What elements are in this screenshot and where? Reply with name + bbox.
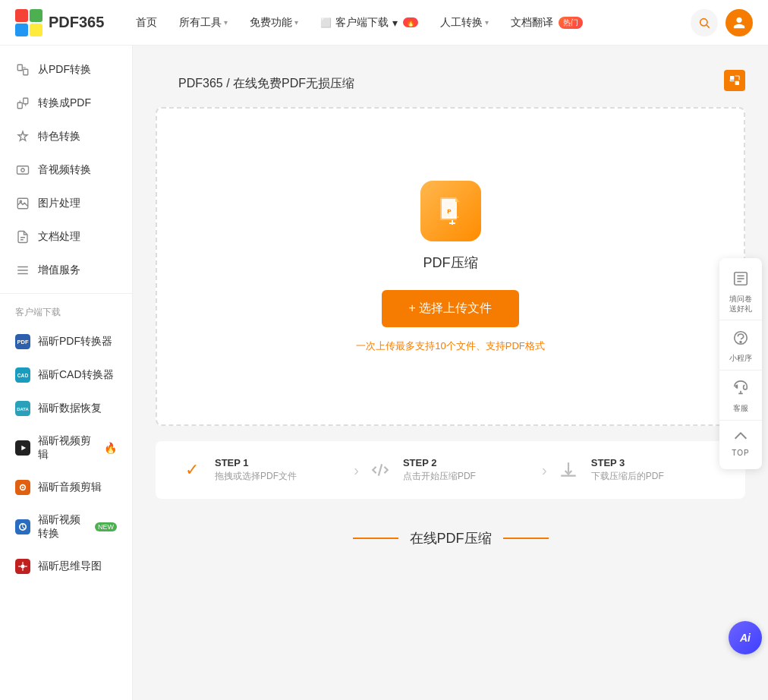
fuxi-pdf-icon: PDF — [15, 334, 30, 349]
svg-text:PDF: PDF — [17, 339, 29, 345]
svg-rect-1 — [30, 9, 42, 22]
nav-translate[interactable]: 文档翻译 热门 — [502, 11, 592, 34]
sidebar-item-fuxi-mind[interactable]: 福昕思维导图 — [0, 550, 132, 583]
nav-download[interactable]: ⬜ 客户端下载 ▾ 🔥 — [311, 11, 427, 34]
svg-rect-2 — [15, 24, 28, 36]
svg-rect-6 — [17, 65, 22, 71]
svg-rect-36 — [730, 76, 734, 80]
breadcrumb: PDF365 / 在线免费PDF无损压缩 — [156, 61, 377, 99]
survey-icon — [732, 270, 749, 291]
step-2-num: STEP 2 — [403, 457, 476, 468]
image-icon — [15, 196, 30, 211]
customer-service-label: 客服 — [733, 403, 748, 414]
fuxi-video-edit-icon — [15, 440, 30, 456]
step-arrow-1: › — [354, 462, 359, 479]
upload-area: P PDF压缩 + 选择上传文件 一次上传最多支持10个文件、支持PDF格式 — [156, 107, 745, 426]
fuxi-data-icon: DATA — [15, 401, 30, 416]
svg-rect-3 — [30, 24, 42, 36]
float-panel: 填问卷送好礼 小程序 客服 TOP — [719, 258, 762, 469]
main-nav: 首页 所有工具 ▾ 免费功能 ▾ ⬜ 客户端下载 ▾ 🔥 人工转换 ▾ 文档翻译… — [127, 11, 691, 34]
sidebar-item-fuxi-data[interactable]: DATA 福昕数据恢复 — [0, 392, 132, 425]
sidebar-item-fuxi-audio[interactable]: 福昕音频剪辑 — [0, 471, 132, 504]
header-right — [691, 9, 753, 36]
step-3-icon — [555, 456, 582, 484]
breadcrumb-wrapper: PDF365 / 在线免费PDF无损压缩 — [133, 46, 768, 107]
logo[interactable]: PDF365 — [15, 9, 104, 36]
svg-rect-10 — [17, 166, 29, 175]
fuxi-convert-icon — [15, 519, 30, 534]
svg-point-31 — [21, 565, 25, 569]
svg-point-49 — [740, 342, 741, 343]
step-1: ✓ STEP 1 拖拽或选择PDF文件 — [178, 456, 346, 484]
search-button[interactable] — [691, 9, 718, 36]
fuxi-cad-icon: CAD — [15, 367, 30, 383]
step-arrow-2: › — [542, 462, 547, 479]
mini-program-icon — [732, 330, 749, 350]
ai-badge[interactable]: Ai — [729, 621, 762, 654]
page-layout: 从PDF转换 转换成PDF 特色转换 — [0, 46, 768, 700]
svg-rect-8 — [17, 102, 22, 109]
user-avatar-button[interactable] — [726, 9, 753, 36]
sidebar-divider — [0, 293, 132, 294]
sidebar-item-fuxi-convert[interactable]: 福昕视频转换 NEW — [0, 504, 132, 550]
step-3-text: STEP 3 下载压缩后的PDF — [591, 457, 664, 483]
sidebar-item-special[interactable]: 特色转换 — [0, 120, 132, 153]
nav-home[interactable]: 首页 — [127, 11, 166, 34]
chevron-down-icon: ▾ — [294, 18, 298, 27]
fuxi-mind-icon — [15, 559, 30, 574]
sidebar-item-fuxi-pdf[interactable]: PDF 福昕PDF转换器 — [0, 325, 132, 358]
float-survey-btn[interactable]: 填问卷送好礼 — [719, 264, 762, 320]
upload-btn-label: + 选择上传文件 — [409, 301, 493, 317]
upload-button[interactable]: + 选择上传文件 — [382, 290, 520, 327]
sidebar-item-av[interactable]: 音视频转换 — [0, 153, 132, 187]
svg-text:CAD: CAD — [17, 373, 29, 378]
av-icon — [15, 162, 30, 178]
pdf-compress-icon: P — [420, 181, 481, 241]
chevron-down-icon: ▾ — [224, 18, 228, 27]
download-box-icon: ⬜ — [320, 17, 332, 28]
svg-text:P: P — [447, 208, 452, 215]
sidebar: 从PDF转换 转换成PDF 特色转换 — [0, 46, 133, 700]
survey-label: 填问卷送好礼 — [729, 294, 752, 314]
nav-manual[interactable]: 人工转换 ▾ — [431, 11, 498, 34]
step-1-icon: ✓ — [178, 456, 206, 484]
sidebar-item-fuxi-cad[interactable]: CAD 福昕CAD转换器 — [0, 358, 132, 392]
value-icon — [15, 263, 30, 278]
svg-rect-9 — [24, 98, 28, 104]
sidebar-item-doc[interactable]: 文档处理 — [0, 220, 132, 254]
sidebar-item-image[interactable]: 图片处理 — [0, 187, 132, 220]
step-3-desc: 下载压缩后的PDF — [591, 470, 664, 483]
svg-point-27 — [22, 487, 24, 489]
svg-rect-7 — [24, 69, 28, 75]
steps-area: ✓ STEP 1 拖拽或选择PDF文件 › STEP 2 点击开始压缩PDF — [156, 441, 745, 499]
top-arrow-icon — [732, 430, 749, 446]
fire-icon: 🔥 — [104, 442, 117, 454]
logo-icon — [15, 9, 42, 36]
upload-title: PDF压缩 — [423, 254, 478, 272]
hot-badge: 热门 — [559, 17, 583, 29]
compress-icon[interactable] — [724, 70, 745, 91]
step-1-num: STEP 1 — [215, 457, 297, 468]
from-pdf-icon — [15, 62, 30, 77]
doc-icon — [15, 229, 30, 244]
float-mini-program-btn[interactable]: 小程序 — [719, 323, 762, 370]
new-badge: NEW — [95, 522, 117, 531]
nav-all-tools[interactable]: 所有工具 ▾ — [170, 11, 237, 34]
svg-line-5 — [707, 25, 710, 28]
main-content: PDF365 / 在线免费PDF无损压缩 P — [133, 46, 768, 700]
sidebar-item-to-pdf[interactable]: 转换成PDF — [0, 87, 132, 120]
top-label: TOP — [732, 449, 749, 457]
sidebar-item-value[interactable]: 增值服务 — [0, 254, 132, 287]
float-top-btn[interactable]: TOP — [719, 424, 762, 463]
fuxi-audio-icon — [15, 480, 30, 495]
step-2-desc: 点击开始压缩PDF — [403, 470, 476, 483]
sidebar-item-from-pdf[interactable]: 从PDF转换 — [0, 53, 132, 87]
svg-point-11 — [21, 169, 25, 172]
step-2: STEP 2 点击开始压缩PDF — [367, 456, 534, 484]
step-3: STEP 3 下载压缩后的PDF — [555, 456, 722, 484]
float-customer-service-btn[interactable]: 客服 — [719, 374, 762, 421]
logo-text: PDF365 — [49, 14, 104, 31]
to-pdf-icon — [15, 96, 30, 111]
sidebar-item-fuxi-video-edit[interactable]: 福昕视频剪辑 🔥 — [0, 425, 132, 471]
nav-free[interactable]: 免费功能 ▾ — [241, 11, 307, 34]
